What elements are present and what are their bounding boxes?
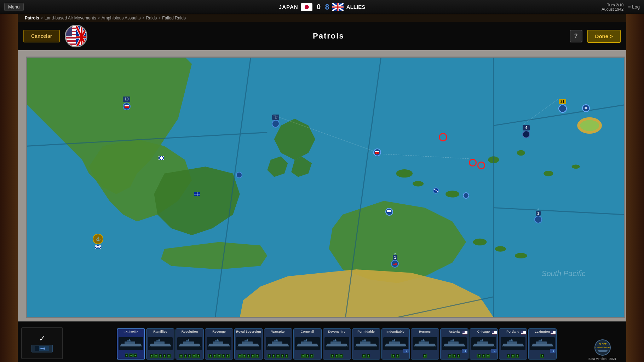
ship-card-formidable[interactable]: Formidable ■■ [352,328,380,360]
ship-card-lexington[interactable]: +1Lexington ■ [528,328,557,360]
ship-card-portland[interactable]: Portland ■■■ [499,328,527,360]
ship-image [119,337,143,350]
unit-midocean[interactable] [373,148,381,156]
svg-rect-16 [66,26,72,36]
unit-scattered-1[interactable] [236,172,242,178]
us-flag [551,329,556,333]
unit-topright[interactable] [582,104,590,112]
svg-rect-152 [462,333,467,334]
japan-label: JAPAN [279,4,298,10]
ship-card-revenge[interactable]: Revenge ■■■■■ [205,328,233,360]
ship-name: Louisville [118,330,144,334]
svg-marker-105 [208,344,209,346]
ship-name: Revenge [206,330,232,334]
svg-rect-15 [66,45,76,46]
svg-rect-67 [393,263,395,264]
ship-card-louisville[interactable]: Louisville ■■■ [117,328,145,360]
svg-marker-118 [288,344,289,346]
ship-image [530,337,555,350]
ship-stats: ■■ [353,354,379,358]
ship-name: Resolution [177,330,203,334]
ship-stats: ■■ [383,354,409,358]
ship-image [471,337,496,350]
ship-image [413,337,437,350]
ship-image [177,337,202,350]
svg-marker-123 [297,344,298,346]
svg-rect-63 [387,210,391,212]
svg-rect-54 [375,152,379,154]
svg-text:COMMANDER: COMMANDER [595,346,610,349]
unit-australia[interactable]: A 1 [391,252,399,268]
turn-info: Turn 2/10 August 1942 [602,3,623,11]
ship-image [207,337,231,350]
svg-rect-24 [81,26,82,46]
unit-uk-2[interactable] [194,192,200,196]
unit-scattered-2[interactable] [433,187,439,194]
ship-card-indomitable[interactable]: +1Indomitable ■■ [381,328,410,360]
svg-marker-180 [502,344,503,346]
unit-japanese-2[interactable] [469,159,485,169]
ship-card-hermes[interactable]: Hermes ■ [411,328,439,360]
phase-amphibious[interactable]: Amphibious Assaults [102,16,141,21]
svg-rect-110 [247,339,248,341]
svg-point-48 [580,120,599,131]
help-button[interactable]: ? [570,30,582,42]
cancel-button[interactable]: Cancelar [23,30,60,42]
unit-japanese-1[interactable] [439,133,447,141]
ship-card-cornwall[interactable]: Cornwall ■■■ [293,328,322,360]
top-bar: Menu JAPAN 0 8 ALLIES Turn 2/10 August 1… [0,0,644,14]
svg-rect-62 [194,194,200,194]
unit-shield[interactable]: ⚓ [93,234,103,249]
svg-marker-130 [347,344,348,346]
unit-coral[interactable] [385,208,393,216]
phase-patrols[interactable]: Patrols [25,16,39,21]
ship-stats: ■■■ [324,354,350,358]
checkbox-area[interactable]: ✓ [21,327,63,359]
ship-card-astoria[interactable]: +1Astoria ■■■ [440,328,468,360]
phase-landbased[interactable]: Land-based Air Movements [45,16,96,21]
ship-card-warspite[interactable]: Warspite ■■■■■ [264,328,292,360]
log-button[interactable]: ≡ Log [628,4,640,10]
svg-rect-140 [394,339,395,341]
ship-card-resolution[interactable]: Resolution ■■■■■ [176,328,204,360]
phase-failed-raids[interactable]: Failed Raids [162,16,186,21]
svg-rect-66 [393,264,397,265]
right-sidebar [626,14,644,362]
unit-21[interactable]: 21 [558,99,567,113]
ship-image [148,337,173,350]
ship-card-ramillies[interactable]: Ramillies ■■■■■ [146,328,174,360]
svg-point-31 [517,150,525,156]
svg-marker-142 [406,344,407,346]
unit-10[interactable]: 10 [123,97,131,110]
svg-rect-7 [332,6,344,7]
svg-marker-112 [258,344,259,346]
map-svg: Australia Coral Sea South Pacific [27,58,624,317]
svg-rect-59 [159,158,164,158]
ship-card-devonshire[interactable]: Devonshire ■■■ [323,328,351,360]
done-button[interactable]: Done > [587,30,621,43]
svg-rect-13 [66,39,76,40]
svg-marker-148 [435,344,436,346]
ships-scroll[interactable]: Louisville ■■■Ramillies ■■■■■Resolution … [115,324,580,362]
action-bar: Cancelar [18,22,626,50]
phase-raids[interactable]: Raids [146,16,157,21]
svg-point-27 [396,169,413,177]
unit-4[interactable]: 4 [522,125,530,138]
ship-stats: ■■■■■ [206,354,232,358]
allies-score: ALLIES [346,4,365,10]
svg-marker-191 [531,344,533,346]
map-container[interactable]: Australia Coral Sea South Pacific 10 [26,57,625,318]
ship-card-chicago[interactable]: +1Chicago ■■■ [470,328,498,360]
ship-card-royal-sovereign[interactable]: Royal Sovereign ■■■■■ [234,328,263,360]
ship-stats: ■■■ [441,354,467,358]
unit-1-right[interactable]: A 1 [534,208,542,223]
unit-scattered-3[interactable] [463,192,469,199]
unit-uk-1[interactable] [159,156,164,160]
center-area: Patrols > Land-based Air Movements > Amp… [18,14,626,362]
ship-stats: ■■■■■ [235,354,262,358]
menu-button[interactable]: Menu [4,3,24,11]
plus-badge: +1 [550,349,555,353]
unit-philippines[interactable]: 1 [272,115,280,128]
allies-flag [332,3,344,11]
plus-badge: +1 [403,349,408,353]
